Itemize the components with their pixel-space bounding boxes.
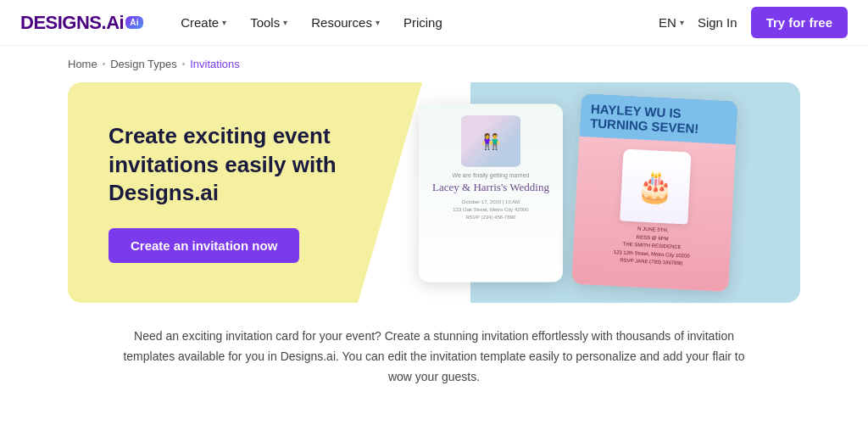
hero-right-panel: 👫 We are finally getting married Lacey &… bbox=[470, 82, 800, 303]
breadcrumb: Home • Design Types • Invitations bbox=[0, 46, 868, 82]
hero-title: Create exciting event invitations easily… bbox=[108, 122, 397, 208]
nav-pricing[interactable]: Pricing bbox=[393, 8, 453, 36]
wedding-details: October 17, 2020 | 10 AM 123 Oak Street,… bbox=[453, 198, 528, 221]
navigation: DESIGNS.Ai Ai Create ▾ Tools ▾ Resources… bbox=[0, 0, 868, 46]
nav-tools[interactable]: Tools ▾ bbox=[240, 8, 298, 36]
chevron-down-icon: ▾ bbox=[680, 18, 684, 27]
invitation-cards: 👫 We are finally getting married Lacey &… bbox=[419, 98, 783, 288]
unicorn-title: HAYLEY WU IS TURNING SEVEN! bbox=[590, 102, 728, 137]
chevron-down-icon: ▾ bbox=[222, 18, 226, 27]
breadcrumb-separator: • bbox=[103, 59, 106, 69]
nav-right: EN ▾ Sign In Try for free bbox=[659, 7, 848, 38]
breadcrumb-current: Invitations bbox=[190, 58, 240, 70]
nav-resources[interactable]: Resources ▾ bbox=[301, 8, 390, 36]
breadcrumb-home[interactable]: Home bbox=[68, 58, 97, 70]
wedding-subtitle: We are finally getting married bbox=[453, 171, 530, 177]
hero-left-panel: Create exciting event invitations easily… bbox=[68, 82, 470, 303]
hero-banner: Create exciting event invitations easily… bbox=[68, 82, 800, 303]
wedding-invitation-card: 👫 We are finally getting married Lacey &… bbox=[419, 103, 563, 282]
chevron-down-icon: ▾ bbox=[376, 18, 380, 27]
nav-links: Create ▾ Tools ▾ Resources ▾ Pricing bbox=[170, 8, 659, 36]
couple-image: 👫 bbox=[481, 131, 500, 150]
unicorn-body: 🎂 N JUNE 5TH, RESS @ 6PM THE SMITH RESID… bbox=[571, 137, 736, 292]
breadcrumb-separator: • bbox=[182, 59, 186, 69]
create-invitation-button[interactable]: Create an invitation now bbox=[108, 228, 299, 263]
sign-in-button[interactable]: Sign In bbox=[698, 15, 737, 30]
wedding-names: Lacey & Harris's Wedding bbox=[432, 179, 549, 194]
logo-badge: Ai bbox=[125, 16, 143, 29]
language-selector[interactable]: EN ▾ bbox=[659, 15, 684, 30]
wedding-photo: 👫 bbox=[461, 115, 520, 166]
logo[interactable]: DESIGNS.Ai Ai bbox=[20, 12, 143, 34]
logo-name: DESIGNS.Ai bbox=[20, 12, 124, 34]
chevron-down-icon: ▾ bbox=[283, 18, 287, 27]
nav-create[interactable]: Create ▾ bbox=[170, 8, 236, 36]
page-description: Need an exciting invitation card for you… bbox=[53, 327, 815, 412]
unicorn-event-details: N JUNE 5TH, RESS @ 6PM THE SMITH RESIDEN… bbox=[613, 224, 691, 269]
unicorn-cake-emoji: 🎂 bbox=[620, 148, 691, 224]
breadcrumb-design-types[interactable]: Design Types bbox=[110, 58, 177, 70]
unicorn-birthday-card: HAYLEY WU IS TURNING SEVEN! 🎂 N JUNE 5TH… bbox=[571, 93, 738, 292]
try-free-button[interactable]: Try for free bbox=[751, 7, 848, 38]
